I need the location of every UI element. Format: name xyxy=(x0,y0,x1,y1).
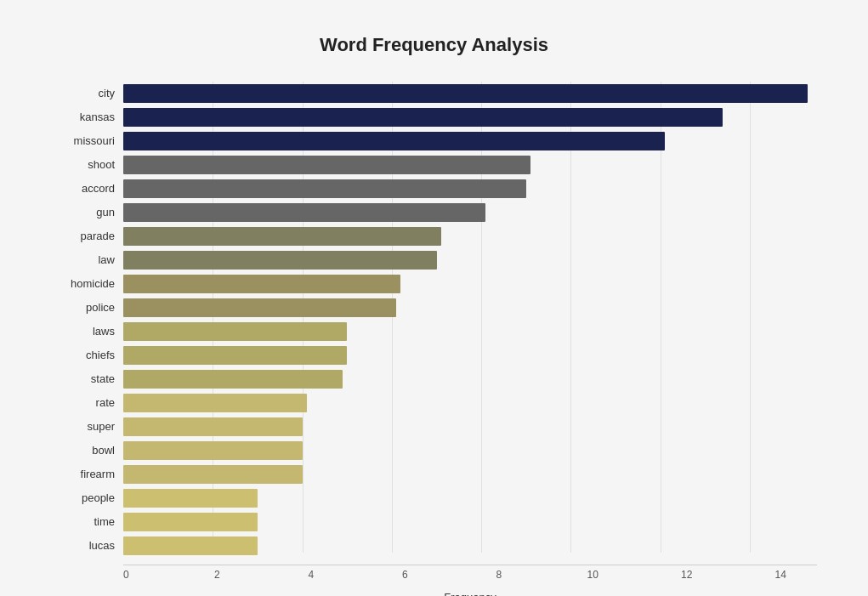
bar-label: accord xyxy=(51,182,123,195)
bar-row: state xyxy=(51,367,817,390)
bar-row: rate xyxy=(51,391,817,414)
bar-row: law xyxy=(51,248,817,271)
bar-track xyxy=(123,84,817,103)
bar-label: shoot xyxy=(51,158,123,171)
x-tick-label: 0 xyxy=(123,569,129,581)
x-tick-label: 12 xyxy=(681,569,692,581)
bar-fill xyxy=(123,179,526,198)
bar-track xyxy=(123,513,817,531)
bar-row: accord xyxy=(51,177,817,200)
bar-fill xyxy=(123,394,307,412)
x-tick-label: 14 xyxy=(774,569,786,581)
bar-row: bowl xyxy=(51,439,817,462)
bar-row: shoot xyxy=(51,153,817,176)
bar-fill xyxy=(123,132,665,150)
bar-track xyxy=(123,465,817,484)
bar-row: missouri xyxy=(51,129,817,152)
bar-fill xyxy=(123,417,303,436)
bar-label: rate xyxy=(51,396,123,409)
x-tick-label: 2 xyxy=(214,569,220,581)
bar-row: kansas xyxy=(51,105,817,128)
bar-fill xyxy=(123,84,808,103)
bar-track xyxy=(123,489,817,508)
bar-fill xyxy=(123,156,530,174)
bar-track xyxy=(123,132,817,150)
bar-label: police xyxy=(51,301,123,314)
bar-label: people xyxy=(51,491,123,504)
chart-inner: citykansasmissourishootaccordgunparadela… xyxy=(51,82,817,596)
bar-row: people xyxy=(51,486,817,509)
bar-label: state xyxy=(51,372,123,385)
bar-label: gun xyxy=(51,206,123,219)
bar-label: chiefs xyxy=(51,349,123,361)
bar-chart: citykansasmissourishootaccordgunparadela… xyxy=(51,82,817,558)
bar-label: kansas xyxy=(51,111,123,123)
bar-fill xyxy=(123,251,437,270)
x-tick-label: 6 xyxy=(402,569,408,581)
bar-track xyxy=(123,441,817,460)
bar-label: bowl xyxy=(51,444,123,457)
bar-fill xyxy=(123,203,485,222)
bar-track xyxy=(123,108,817,127)
bar-row: lucas xyxy=(51,534,817,557)
bar-label: city xyxy=(51,87,123,99)
bar-fill xyxy=(123,441,303,460)
bar-row: homicide xyxy=(51,272,817,295)
bar-track xyxy=(123,251,817,270)
bar-label: time xyxy=(51,515,123,528)
bar-row: laws xyxy=(51,320,817,343)
bar-row: city xyxy=(51,82,817,105)
bar-track xyxy=(123,179,817,198)
bar-track xyxy=(123,156,817,174)
bar-track xyxy=(123,298,817,317)
bar-track xyxy=(123,203,817,222)
bar-label: lucas xyxy=(51,539,123,552)
bar-track xyxy=(123,322,817,341)
bar-row: super xyxy=(51,415,817,438)
bar-label: law xyxy=(51,253,123,266)
bar-label: firearm xyxy=(51,468,123,480)
bar-fill xyxy=(123,275,400,293)
x-ticks: 02468101214 xyxy=(123,569,817,586)
bar-row: time xyxy=(51,510,817,533)
bar-track xyxy=(123,370,817,389)
bar-fill xyxy=(123,513,258,531)
bar-fill xyxy=(123,489,258,508)
bar-track xyxy=(123,417,817,436)
x-tick-label: 10 xyxy=(587,569,599,581)
bar-track xyxy=(123,394,817,412)
bar-label: missouri xyxy=(51,134,123,147)
bar-track xyxy=(123,536,817,555)
bar-fill xyxy=(123,227,441,246)
bar-row: gun xyxy=(51,201,817,224)
bar-label: super xyxy=(51,420,123,433)
bar-row: chiefs xyxy=(51,343,817,366)
bar-track xyxy=(123,346,817,365)
bar-row: parade xyxy=(51,224,817,247)
bar-label: parade xyxy=(51,230,123,242)
bar-fill xyxy=(123,536,258,555)
bar-fill xyxy=(123,346,347,365)
bar-fill xyxy=(123,322,347,341)
x-axis-line xyxy=(123,565,817,565)
chart-container: Word Frequency Analysis citykansasmissou… xyxy=(17,17,851,596)
chart-title: Word Frequency Analysis xyxy=(51,34,817,56)
bar-fill xyxy=(123,465,303,484)
bar-fill xyxy=(123,298,396,317)
bar-label: homicide xyxy=(51,277,123,290)
x-tick-label: 4 xyxy=(309,569,315,581)
bar-row: police xyxy=(51,296,817,319)
bar-track xyxy=(123,275,817,293)
x-tick-label: 8 xyxy=(496,569,502,581)
x-axis-label: Frequency xyxy=(123,591,817,596)
bar-fill xyxy=(123,108,723,127)
bar-label: laws xyxy=(51,325,123,338)
bar-row: firearm xyxy=(51,463,817,485)
bar-fill xyxy=(123,370,343,389)
bar-track xyxy=(123,227,817,246)
